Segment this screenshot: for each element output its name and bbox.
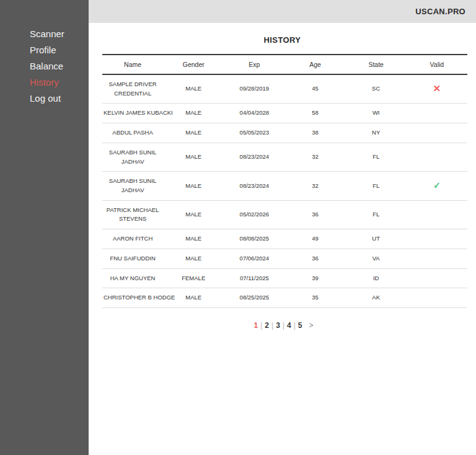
table-row: KELVIN JAMES KUBACKIMALE04/04/202858WI — [102, 104, 467, 123]
cell-gender: MALE — [163, 123, 224, 143]
table-row: PATRICK MICHAEL STEVENSMALE05/02/202636F… — [102, 200, 467, 229]
sidebar-item-profile[interactable]: Profile — [0, 43, 89, 60]
cell-valid — [407, 200, 467, 229]
table-row: FNU SAIFUDDINMALE07/06/202436VA — [102, 249, 467, 268]
sidebar-nav: ScannerProfileBalanceHistoryLog out — [0, 0, 89, 108]
cell-state: ID — [346, 268, 407, 288]
history-table: NameGenderExpAgeStateValid SAMPLE DRIVER… — [102, 54, 467, 308]
table-row: HA MY NGUYENFEMALE07/11/202539ID — [102, 268, 467, 288]
page-separator: | — [271, 321, 273, 330]
valid-check-icon: ✓ — [433, 180, 441, 190]
page-button-1[interactable]: 1 — [254, 321, 258, 330]
cell-state: VA — [346, 249, 407, 268]
cell-gender: MALE — [163, 172, 224, 200]
cell-name: CHRISTOPHER B HODGE — [102, 288, 163, 308]
next-page-button[interactable]: > — [309, 321, 313, 330]
page-button-2[interactable]: 2 — [265, 321, 269, 330]
cell-age: 49 — [284, 229, 345, 249]
page-separator: | — [260, 321, 262, 330]
cell-gender: FEMALE — [163, 268, 224, 288]
cell-age: 32 — [284, 172, 345, 200]
cell-age: 32 — [284, 143, 345, 171]
cell-gender: MALE — [163, 74, 224, 104]
cell-valid — [407, 229, 467, 249]
cell-name: PATRICK MICHAEL STEVENS — [102, 200, 163, 229]
table-row: CHRISTOPHER B HODGEMALE08/25/202535AK — [102, 288, 467, 308]
column-header-exp: Exp — [224, 55, 284, 74]
cell-state: FL — [346, 200, 407, 229]
brand-logo: USCAN.PRO — [415, 7, 465, 16]
cell-gender: MALE — [163, 249, 224, 268]
cell-age: 36 — [284, 249, 345, 268]
sidebar-item-balance[interactable]: Balance — [0, 60, 89, 76]
main-content: HISTORY NameGenderExpAgeStateValid SAMPL… — [89, 23, 476, 455]
cell-gender: MALE — [163, 200, 224, 229]
page-button-3[interactable]: 3 — [276, 321, 280, 330]
cell-age: 36 — [284, 200, 345, 229]
cell-name: ABDUL PASHA — [102, 123, 163, 143]
cell-state: NY — [346, 123, 407, 143]
cell-exp: 05/02/2026 — [224, 200, 284, 229]
table-row: SAURABH SUNIL JADHAVMALE08/23/202432FL✓ — [102, 172, 467, 200]
sidebar-item-history[interactable]: History — [0, 76, 89, 92]
column-header-age: Age — [284, 55, 345, 74]
cell-gender: MALE — [163, 143, 224, 171]
cell-name: SAMPLE DRIVER CREDENTIAL — [102, 74, 163, 104]
cell-valid — [407, 123, 467, 143]
column-header-state: State — [346, 55, 407, 74]
cell-exp: 05/05/2023 — [224, 123, 284, 143]
cell-exp: 04/04/2028 — [224, 104, 284, 123]
cell-state: SC — [346, 74, 407, 104]
cell-age: 35 — [284, 288, 345, 308]
cell-valid — [407, 143, 467, 171]
table-row: SAMPLE DRIVER CREDENTIALMALE09/28/201945… — [102, 74, 467, 104]
column-header-valid: Valid — [407, 55, 467, 74]
cell-state: WI — [346, 104, 407, 123]
page-separator: | — [294, 321, 296, 330]
page-button-4[interactable]: 4 — [287, 321, 291, 330]
cell-age: 45 — [284, 74, 345, 104]
cell-exp: 08/23/2024 — [224, 143, 284, 171]
cell-age: 39 — [284, 268, 345, 288]
cell-state: FL — [346, 172, 407, 200]
cell-name: AARON FITCH — [102, 229, 163, 249]
cell-valid — [407, 288, 467, 308]
cell-state: FL — [346, 143, 407, 171]
cell-age: 58 — [284, 104, 345, 123]
cell-name: SAURABH SUNIL JADHAV — [102, 143, 163, 171]
history-table-wrap: NameGenderExpAgeStateValid SAMPLE DRIVER… — [102, 54, 467, 308]
column-header-gender: Gender — [163, 55, 224, 74]
page-separator: | — [283, 321, 284, 330]
cell-exp: 09/28/2019 — [224, 74, 284, 104]
column-header-name: Name — [102, 55, 163, 74]
cell-exp: 08/25/2025 — [224, 288, 284, 308]
sidebar-item-scanner[interactable]: Scanner — [0, 27, 89, 43]
table-row: AARON FITCHMALE08/08/202549UT — [102, 229, 467, 249]
pagination: 1|2|3|4|5> — [89, 321, 476, 330]
cell-name: SAURABH SUNIL JADHAV — [102, 172, 163, 200]
cell-valid: ✕ — [407, 74, 467, 104]
page-button-5[interactable]: 5 — [298, 321, 302, 330]
cell-exp: 08/23/2024 — [224, 172, 284, 200]
cell-name: KELVIN JAMES KUBACKI — [102, 104, 163, 123]
sidebar: ScannerProfileBalanceHistoryLog out — [0, 0, 89, 455]
cell-valid — [407, 104, 467, 123]
cell-valid — [407, 268, 467, 288]
cell-name: FNU SAIFUDDIN — [102, 249, 163, 268]
cell-gender: MALE — [163, 229, 224, 249]
invalid-x-icon: ✕ — [433, 83, 441, 94]
table-header-row: NameGenderExpAgeStateValid — [102, 55, 467, 74]
top-header: USCAN.PRO — [89, 0, 476, 23]
cell-exp: 08/08/2025 — [224, 229, 284, 249]
table-row: SAURABH SUNIL JADHAVMALE08/23/202432FL — [102, 143, 467, 171]
cell-exp: 07/06/2024 — [224, 249, 284, 268]
table-row: ABDUL PASHAMALE05/05/202338NY — [102, 123, 467, 143]
page-title: HISTORY — [89, 35, 476, 45]
cell-valid: ✓ — [407, 172, 467, 200]
cell-name: HA MY NGUYEN — [102, 268, 163, 288]
cell-valid — [407, 249, 467, 268]
cell-age: 38 — [284, 123, 345, 143]
sidebar-item-log-out[interactable]: Log out — [0, 92, 89, 108]
cell-state: UT — [346, 229, 407, 249]
cell-exp: 07/11/2025 — [224, 268, 284, 288]
